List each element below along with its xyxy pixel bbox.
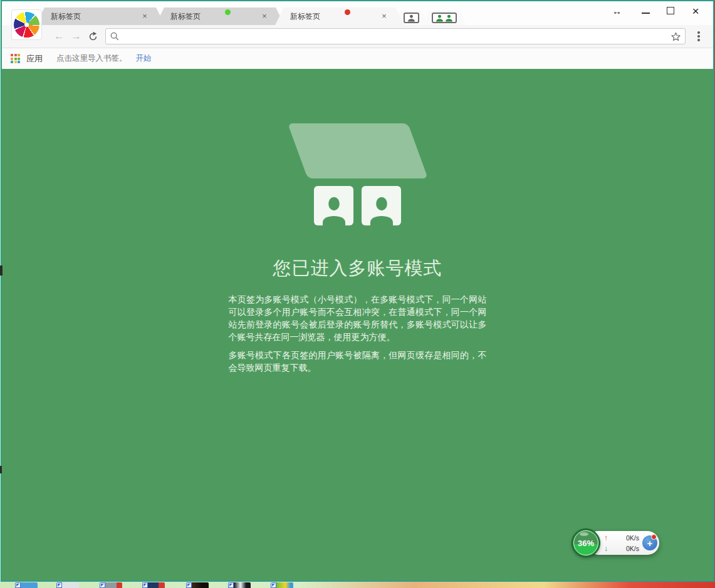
tab-close-icon[interactable]: ×: [140, 11, 150, 21]
desktop-icon-fragment[interactable]: [186, 582, 209, 588]
search-icon: [110, 31, 120, 41]
apps-shortcut[interactable]: 应用: [26, 53, 43, 64]
reload-button[interactable]: [85, 28, 102, 45]
person-icon: [367, 194, 396, 225]
window-controls: ↔ ×: [612, 1, 708, 20]
horizontal-resize-icon[interactable]: ↔: [612, 6, 622, 16]
tab-title: 新标签页: [290, 11, 379, 22]
desktop-icon-edge-fragment: [0, 466, 2, 473]
desktop-icon-fragment[interactable]: [100, 582, 122, 588]
accelerator-plus-button[interactable]: +: [642, 535, 657, 550]
gauge-ball: 36%: [573, 530, 598, 555]
close-button[interactable]: ×: [683, 2, 708, 19]
paragraph-cache-note: 多账号模式下各页签的用户账号被隔离，但网页缓存是相同的，不会导致网页重复下载。: [229, 349, 487, 374]
navigation-toolbar: ← →: [2, 25, 713, 48]
desktop-icon-fragment[interactable]: [271, 582, 293, 588]
close-icon: ×: [692, 5, 699, 17]
tab-close-icon[interactable]: ×: [259, 11, 269, 21]
bookmark-star-icon[interactable]: [671, 31, 681, 42]
apps-grid-icon[interactable]: [11, 54, 20, 63]
new-tab-page: 您已进入多账号模式 本页签为多账号模式（小号模式），在多账号模式下，同一个网站可…: [2, 69, 713, 580]
desktop-icon-edge-fragment: [0, 266, 3, 276]
account-card-2: [362, 186, 401, 225]
browser-window: 新标签页 × 新标签页 × 新标签页 ×: [1, 0, 714, 582]
tab-strip: 新标签页 × 新标签页 × 新标签页 ×: [36, 8, 461, 25]
bookmarks-bar: 应用 点击这里导入书签。 开始: [2, 48, 713, 69]
tab-title: 新标签页: [51, 11, 140, 22]
desktop-icon-fragment[interactable]: [142, 582, 165, 588]
tab-title: 新标签页: [170, 11, 259, 22]
paragraph-mode-description: 本页签为多账号模式（小号模式），在多账号模式下，同一个网站可以登录多个用户账号而…: [229, 293, 487, 343]
upload-arrow-icon: ↑: [604, 534, 613, 542]
multi-account-graphic: [2, 123, 713, 233]
account-card-1: [314, 186, 353, 225]
download-speed: 0K/s: [613, 545, 639, 552]
tab-new-tab-2[interactable]: 新标签页 ×: [155, 8, 284, 25]
two-persons-icon: [432, 13, 457, 23]
person-icon: [320, 194, 348, 225]
maximize-button[interactable]: [658, 2, 683, 19]
address-input[interactable]: [120, 32, 671, 41]
tab-new-tab-1[interactable]: 新标签页 ×: [36, 8, 165, 25]
tab-close-icon[interactable]: ×: [379, 11, 389, 21]
start-link[interactable]: 开始: [136, 53, 152, 64]
title-bar: 新标签页 × 新标签页 × 新标签页 ×: [2, 1, 713, 25]
browser-logo: [11, 9, 42, 40]
desktop-icon-fragment[interactable]: [15, 582, 38, 588]
address-bar[interactable]: [105, 28, 686, 44]
description-text: 本页签为多账号模式（小号模式），在多账号模式下，同一个网站可以登录多个用户账号而…: [229, 293, 487, 374]
parallelogram-backdrop: [287, 123, 427, 178]
minimize-icon: [642, 13, 650, 14]
desktop-icon-fragment[interactable]: [56, 582, 79, 588]
forward-button[interactable]: →: [68, 28, 85, 45]
upload-speed: 0K/s: [613, 534, 639, 542]
speed-monitor-widget[interactable]: 36% ↑ 0K/s ↓ 0K/s +: [587, 531, 659, 555]
import-bookmarks-hint: 点击这里导入书签。: [56, 53, 127, 64]
desktop-icon-fragment[interactable]: [228, 582, 251, 588]
page-title: 您已进入多账号模式: [2, 256, 713, 281]
gauge-percent: 36%: [578, 539, 594, 548]
desktop-strip: [0, 582, 715, 588]
pinwheel-logo-icon: [14, 12, 39, 38]
download-arrow-icon: ↓: [604, 544, 613, 553]
single-person-icon: [404, 13, 419, 23]
network-speeds: ↑ 0K/s ↓ 0K/s: [604, 533, 639, 554]
maximize-icon: [667, 7, 674, 14]
notification-badge: [651, 534, 657, 540]
browser-menu-icon[interactable]: [691, 28, 707, 44]
back-button[interactable]: ←: [51, 28, 68, 45]
new-tab-multi-account-button[interactable]: [423, 11, 466, 25]
memory-gauge[interactable]: 36%: [571, 529, 600, 557]
tab-new-tab-3-active[interactable]: 新标签页 ×: [275, 8, 404, 25]
minimize-button[interactable]: [633, 2, 658, 19]
